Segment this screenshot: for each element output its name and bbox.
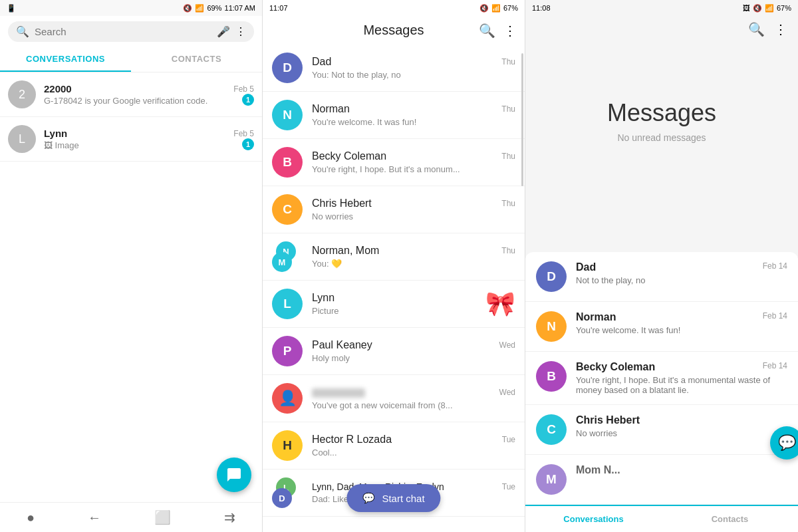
battery-label: 67% [503,4,518,12]
search-input[interactable] [35,26,211,37]
start-chat-button[interactable]: 💬 Start chat [346,484,440,512]
nav-dot[interactable]: ● [27,510,35,525]
mute-icon: 🔇 [479,4,489,13]
list-item[interactable]: C Chris Hebert No worries 💬 [525,405,798,455]
status-bar-right: 11:08 🖼 🔇 📶 67% [525,0,798,16]
tab-contacts[interactable]: Contacts [662,506,798,532]
list-item[interactable]: 2 22000 Feb 5 G-178042 is your Google ve… [0,72,262,117]
more-icon[interactable]: ⋮ [503,23,517,39]
msg-name: Dad [312,56,331,68]
wifi-icon: 📶 [195,4,204,13]
app-icon-left: 📱 [7,4,16,13]
msg-preview: You're welcome. It was fun! [312,117,515,127]
nav-recents[interactable]: ⇉ [224,509,235,525]
conversation-list: 2 22000 Feb 5 G-178042 is your Google ve… [0,72,262,502]
msg-preview: You: 💛 [312,259,515,269]
avatar: L [272,289,303,319]
msg-name: Lynn [312,292,334,304]
avatar: N [536,311,567,342]
panel-right: 11:08 🖼 🔇 📶 67% 🔍 ⋮ Messages No unread m… [525,0,798,532]
list-item[interactable]: N Norman Thu You're welcome. It was fun! [263,92,525,139]
avatar: C [536,414,567,445]
new-message-fab[interactable] [217,458,251,492]
search-icon: 🔍 [16,25,29,38]
list-item[interactable]: D Dad Thu You: Not to the play, no [263,45,525,92]
card-preview: No worries [576,428,787,438]
tab-contacts[interactable]: CONTACTS [131,47,262,72]
wifi-icon: 📶 [765,4,774,13]
msg-date: Thu [501,246,515,255]
hero-subtitle: No unread messages [617,132,706,143]
conv-date: Feb 5 [233,129,254,138]
conv-preview: G-178042 is your Google verification cod… [44,96,254,106]
msg-name: Chris Hebert [312,198,372,209]
conversation-cards-wrap: D Dad Feb 14 Not to the play, no N Norma… [525,252,798,532]
card-preview: You're right, I hope. But it's a monumen… [576,375,787,395]
avatar: 2 [8,80,36,108]
avatar: P [272,336,303,366]
list-item[interactable]: M Mom N... [525,455,798,505]
card-date: Feb 14 [763,361,787,373]
msg-name: Becky Coleman [312,150,386,162]
wifi-icon: 📶 [491,4,501,13]
card-preview: You're welcome. It was fun! [576,325,787,335]
mic-icon[interactable]: 🎤 [217,25,230,38]
list-item[interactable]: N M Norman, Mom Thu You: 💛 [263,233,525,281]
conv-name: 22000 [44,83,72,94]
list-item[interactable]: H Hector R Lozada Tue Cool... [263,422,525,469]
conversation-cards: D Dad Feb 14 Not to the play, no N Norma… [525,252,798,505]
panel-right-header: 🔍 ⋮ [525,16,798,43]
msg-name: Norman [312,103,350,115]
list-item[interactable]: B Becky Coleman Thu You're right, I hope… [263,139,525,186]
list-item[interactable]: P Paul Keaney Wed Holy moly [263,328,525,375]
unread-badge: 1 [242,94,254,106]
scrollbar[interactable] [521,53,523,186]
list-item[interactable]: 👤 Wed You've got a new voicemail from (8… [263,375,525,422]
list-item[interactable]: B Becky Coleman Feb 14 You're right, I h… [525,352,798,405]
tab-conversations[interactable]: CONVERSATIONS [0,47,131,72]
hero-title: Messages [607,99,716,127]
more-icon[interactable]: ⋮ [235,25,246,38]
list-item[interactable]: L Lynn Feb 5 🖼 Image 1 [0,117,262,162]
nav-back[interactable]: ← [88,510,101,525]
battery-label: 67% [777,4,791,12]
unread-badge: 1 [242,138,254,150]
chat-icon: 💬 [362,492,375,504]
avatar-multi: L D [272,477,303,508]
mute-icon: 🔇 [753,4,762,13]
msg-preview: No worries [312,211,515,221]
search-icon[interactable]: 🔍 [479,23,495,39]
avatar: N [272,100,303,130]
list-item[interactable]: D Dad Feb 14 Not to the play, no [525,252,798,302]
msg-date: Wed [499,388,515,397]
tab-conversations[interactable]: Conversations [525,506,662,532]
list-item[interactable]: L Lynn Picture 🎀 [263,281,525,328]
nav-home[interactable]: ⬜ [154,509,171,525]
chat-icon: 💬 [778,434,796,452]
card-name: Chris Hebert [576,414,640,426]
list-item[interactable]: C Chris Hebert Thu No worries [263,186,525,233]
search-icon[interactable]: 🔍 [748,21,765,37]
msg-date: Thu [501,57,515,66]
more-icon[interactable]: ⋮ [774,21,787,37]
avatar: D [536,261,567,292]
avatar: B [272,147,303,178]
avatar: C [272,194,303,225]
avatar: M [536,464,567,495]
msg-name [312,386,365,398]
msg-preview: Picture [312,306,485,316]
list-item[interactable]: N Norman Feb 14 You're welcome. It was f… [525,302,798,352]
mute-icon: 🔇 [183,4,192,13]
search-bar[interactable]: 🔍 🎤 ⋮ [8,21,254,42]
status-bar-mid: 11:07 🔇 📶 67% [263,0,525,16]
avatar: L [8,125,36,153]
panel-mid: 11:07 🔇 📶 67% Messages 🔍 ⋮ D Dad Thu You… [263,0,525,532]
msg-preview: You're right, I hope. But it's a monum..… [312,164,515,174]
panel-left: 📱 🔇 📶 69% 11:07 AM 🔍 🎤 ⋮ CONVERSATIONS C… [0,0,263,532]
time-label: 11:07 AM [225,4,255,12]
conv-preview: 🖼 Image [44,140,254,150]
avatar: H [272,430,303,461]
card-date: Feb 14 [763,261,787,273]
card-name: Dad [576,261,596,273]
avatar: D [272,53,303,83]
